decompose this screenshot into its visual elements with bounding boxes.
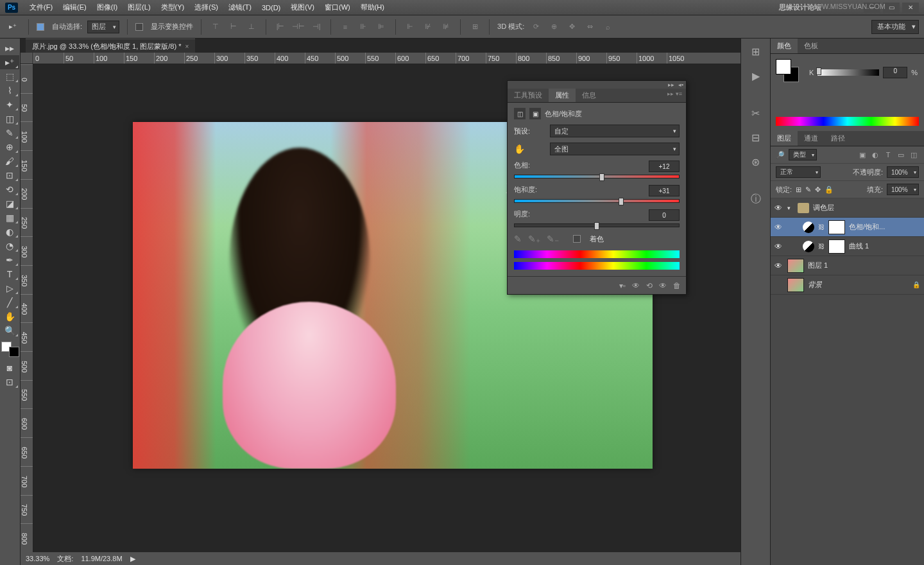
autoselect-type-select[interactable]: 图层 [87, 21, 119, 33]
filter-pixel-icon[interactable]: ▣ [857, 150, 868, 160]
saturation-value[interactable]: +31 [649, 185, 680, 196]
layer-background[interactable]: 👁 背景 🔒 [771, 275, 924, 295]
layer-name[interactable]: 色相/饱和... [849, 222, 885, 232]
range-select[interactable]: 全图 [550, 143, 680, 155]
lock-paint-icon[interactable]: ✎ [805, 186, 811, 194]
layer-image1[interactable]: 👁 图层 1 [771, 256, 924, 275]
view-previous-icon[interactable]: 👁 [632, 281, 640, 290]
hand-icon[interactable]: ✋ [514, 144, 545, 154]
layer-name[interactable]: 曲线 1 [849, 241, 869, 251]
status-arrow-icon[interactable]: ▶ [130, 555, 135, 563]
background-swatch[interactable] [9, 347, 19, 357]
distribute-icon[interactable]: ≡ [339, 21, 352, 33]
align-bottom-icon[interactable]: ⊥ [245, 21, 258, 33]
panel-close-icon[interactable]: ◂▪ [678, 82, 683, 88]
distribute-icon[interactable]: ⊪ [357, 21, 370, 33]
eyedropper-plus-icon[interactable]: ✎₊ [528, 234, 540, 244]
adjustment-type-icon[interactable]: ◫ [514, 108, 526, 119]
align-top-icon[interactable]: ⊤ [209, 21, 222, 33]
mask-type-icon[interactable]: ▣ [529, 108, 541, 119]
layer-name[interactable]: 图层 1 [808, 261, 828, 270]
reset-icon[interactable]: ⟲ [646, 281, 653, 290]
layer-filter-select[interactable]: 类型 [789, 149, 817, 161]
crop-tool[interactable]: ◫ [0, 112, 19, 126]
layer-curves[interactable]: 👁 ⛓ 曲线 1 [771, 237, 924, 256]
styles-panel-icon[interactable]: ⊟ [747, 128, 765, 146]
ruler-vertical[interactable]: 0501001502002503003504004505005506006507… [21, 64, 33, 552]
filter-adjust-icon[interactable]: ◐ [870, 150, 880, 160]
distribute-icon[interactable]: ⊮ [422, 21, 434, 33]
autoselect-checkbox[interactable] [37, 23, 44, 31]
3d-roll-icon[interactable]: ⊕ [547, 21, 560, 33]
distribute-icon[interactable]: ⊯ [440, 21, 452, 33]
search-icon[interactable]: 🔎 [776, 151, 785, 159]
wand-tool[interactable]: ✦ [0, 98, 19, 112]
lightness-value[interactable]: 0 [649, 209, 680, 221]
nav-panel-icon[interactable]: ⊛ [747, 153, 765, 171]
filter-smart-icon[interactable]: ◫ [909, 150, 919, 160]
align-vcenter-icon[interactable]: ⊢ [227, 21, 240, 33]
hand-tool[interactable]: ✋ [0, 309, 19, 324]
ruler-corner[interactable] [21, 53, 33, 64]
type-tool[interactable]: T [0, 267, 19, 281]
align-left-icon[interactable]: |⊢ [274, 21, 287, 33]
collapse-icon[interactable]: ▸▸ [668, 82, 674, 88]
mask-thumb[interactable] [828, 220, 845, 234]
history-brush-tool[interactable]: ⟲ [0, 182, 19, 196]
zoom-value[interactable]: 33.33% [26, 555, 49, 562]
panel-menu-icon[interactable]: ▸▸ ▾≡ [663, 89, 686, 102]
hue-strip[interactable] [776, 117, 919, 126]
visibility-icon[interactable]: 👁 [774, 242, 783, 251]
layer-group[interactable]: 👁 ▾ 调色层 [771, 198, 924, 218]
filter-shape-icon[interactable]: ▭ [896, 150, 906, 160]
tab-swatch[interactable]: 色板 [798, 39, 825, 53]
tab-properties[interactable]: 属性 [549, 89, 576, 102]
move-tool-icon[interactable]: ▸⁺ [5, 19, 21, 35]
blend-mode-select[interactable]: 正常 [776, 166, 821, 178]
fg-color[interactable] [776, 59, 791, 74]
menu-window[interactable]: 窗口(W) [320, 3, 355, 12]
brush-tool[interactable]: 🖌 [0, 154, 19, 168]
layer-thumb[interactable] [787, 259, 804, 273]
history-panel-icon[interactable]: ⊞ [747, 42, 765, 60]
tab-channels[interactable]: 通道 [798, 131, 825, 146]
menu-layer[interactable]: 图层(L) [123, 3, 155, 12]
tab-color[interactable]: 颜色 [771, 39, 798, 53]
blur-tool[interactable]: ◐ [0, 225, 19, 239]
move-tool[interactable]: ▸⁺ [0, 55, 19, 69]
gradient-tool[interactable]: ▦ [0, 211, 19, 225]
3d-pan-icon[interactable]: ✥ [565, 21, 578, 33]
close-icon[interactable]: ✕ [902, 3, 919, 13]
toggle-visibility-icon[interactable]: 👁 [659, 281, 667, 290]
lasso-tool[interactable]: ⌇ [0, 83, 19, 98]
menu-3d[interactable]: 3D(D) [257, 4, 286, 12]
layer-name[interactable]: 背景 [808, 280, 822, 290]
eyedropper-icon[interactable]: ✎ [514, 234, 522, 244]
hue-range-bars[interactable] [514, 250, 680, 271]
lock-pixels-icon[interactable]: ⊞ [796, 186, 801, 194]
link-icon[interactable]: ⛓ [818, 243, 825, 250]
menu-view[interactable]: 视图(V) [286, 3, 320, 12]
tab-toolpreset[interactable]: 工具预设 [508, 89, 549, 102]
collapse-icon[interactable]: ▸▸ [0, 41, 19, 55]
eyedropper-tool[interactable]: ✎ [0, 126, 19, 140]
actions-panel-icon[interactable]: ▶ [747, 67, 765, 85]
layer-huesat[interactable]: 👁 ⛓ 色相/饱和... [771, 218, 924, 237]
menu-type[interactable]: 类型(Y) [156, 3, 190, 12]
menu-help[interactable]: 帮助(H) [355, 3, 389, 12]
tab-info[interactable]: 信息 [576, 89, 603, 102]
delete-icon[interactable]: 🗑 [673, 281, 681, 290]
quickmask-tool[interactable]: ◙ [0, 361, 19, 375]
tab-paths[interactable]: 路径 [825, 131, 851, 146]
close-tab-icon[interactable]: × [185, 43, 189, 50]
align-right-icon[interactable]: ⊣| [310, 21, 323, 33]
lightness-slider[interactable] [514, 223, 680, 227]
collapse-arrow-icon[interactable]: ▾ [787, 205, 794, 211]
3d-zoom-icon[interactable]: ⌕ [601, 21, 614, 33]
visibility-icon[interactable]: 👁 [774, 223, 783, 232]
properties-panel[interactable]: ▸▸ ◂▪ 工具预设 属性 信息 ▸▸ ▾≡ ◫ ▣ 色相/饱和度 预设: 自定… [507, 80, 687, 295]
tab-layers[interactable]: 图层 [771, 131, 798, 146]
colorize-checkbox[interactable] [573, 235, 581, 243]
path-tool[interactable]: ▷ [0, 281, 19, 295]
eraser-tool[interactable]: ◪ [0, 196, 19, 211]
